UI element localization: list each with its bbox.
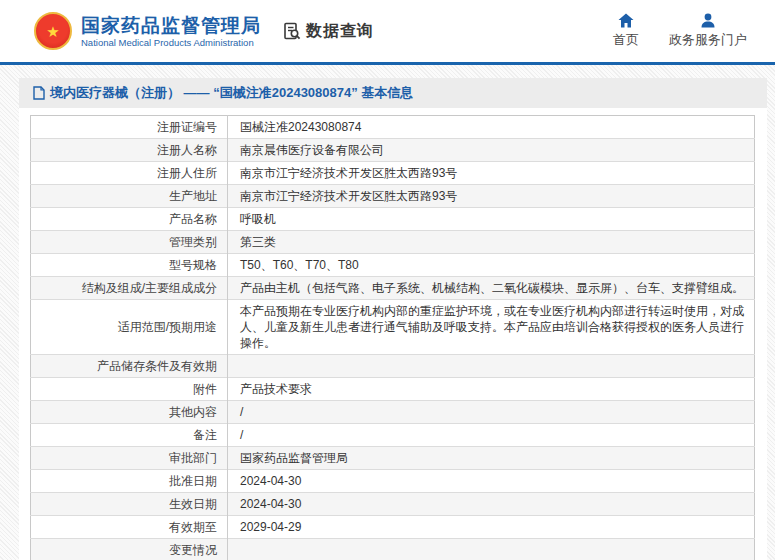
table-row: 附件产品技术要求	[31, 378, 755, 401]
row-label: 注册证编号	[31, 116, 228, 139]
table-row: 适用范围/预期用途本产品预期在专业医疗机构内部的重症监护环境，或在专业医疗机构内…	[31, 300, 755, 355]
row-value: T50、T60、T70、T80	[228, 254, 755, 277]
row-label: 注册人住所	[31, 162, 228, 185]
row-label: 附件	[31, 378, 228, 401]
row-value: 南京晨伟医疗设备有限公司	[228, 139, 755, 162]
table-row: 结构及组成/主要组成成分产品由主机（包括气路、电子系统、机械结构、二氧化碳模块、…	[31, 277, 755, 300]
row-label: 变更情况	[31, 539, 228, 560]
home-icon	[618, 13, 634, 28]
agency-name: 国家药品监督管理局	[81, 14, 261, 37]
row-value: 产品技术要求	[228, 378, 755, 401]
table-row: 型号规格T50、T60、T70、T80	[31, 254, 755, 277]
table-row: 注册证编号国械注准20243080874	[31, 116, 755, 139]
row-value: 国家药品监督管理局	[228, 447, 755, 470]
header-divider	[0, 62, 775, 65]
document-icon	[33, 86, 45, 100]
table-row: 生效日期2024-04-30	[31, 493, 755, 516]
table-row: 管理类别第三类	[31, 231, 755, 254]
table-row: 产品储存条件及有效期	[31, 355, 755, 378]
row-value: 国械注准20243080874	[228, 116, 755, 139]
row-label: 结构及组成/主要组成成分	[31, 277, 228, 300]
row-value: /	[228, 401, 755, 424]
agency-name-en: National Medical Products Administration	[81, 37, 261, 49]
document-search-icon	[283, 22, 302, 41]
row-value: 本产品预期在专业医疗机构内部的重症监护环境，或在专业医疗机构内部进行转运时使用，…	[228, 300, 755, 355]
table-row: 有效期至2029-04-29	[31, 516, 755, 539]
table-row: 其他内容/	[31, 401, 755, 424]
breadcrumb-text: 境内医疗器械（注册） —— “国械注准20243080874” 基本信息	[50, 84, 413, 102]
row-label: 产品名称	[31, 208, 228, 231]
row-value: 2029-04-29	[228, 516, 755, 539]
row-label: 适用范围/预期用途	[31, 300, 228, 355]
table-row: 审批部门国家药品监督管理局	[31, 447, 755, 470]
row-label: 备注	[31, 424, 228, 447]
row-label: 产品储存条件及有效期	[31, 355, 228, 378]
row-value: 第三类	[228, 231, 755, 254]
breadcrumb: 境内医疗器械（注册） —— “国械注准20243080874” 基本信息	[19, 78, 767, 108]
table-row: 备注/	[31, 424, 755, 447]
user-icon	[700, 13, 716, 28]
row-value	[228, 355, 755, 378]
data-query-tab[interactable]: 数据查询	[283, 21, 374, 42]
nav-item-portal[interactable]: 政务服务门户	[669, 13, 747, 49]
row-label: 批准日期	[31, 470, 228, 493]
top-nav: 首页 政务服务门户	[613, 13, 751, 49]
registration-table-body: 注册证编号国械注准20243080874注册人名称南京晨伟医疗设备有限公司注册人…	[31, 116, 755, 560]
row-value: 南京市江宁经济技术开发区胜太西路93号	[228, 185, 755, 208]
row-value: 南京市江宁经济技术开发区胜太西路93号	[228, 162, 755, 185]
table-row: 生产地址南京市江宁经济技术开发区胜太西路93号	[31, 185, 755, 208]
row-label: 生产地址	[31, 185, 228, 208]
table-row: 批准日期2024-04-30	[31, 470, 755, 493]
row-label: 注册人名称	[31, 139, 228, 162]
content-panel: 境内医疗器械（注册） —— “国械注准20243080874” 基本信息 注册证…	[19, 78, 767, 560]
row-value: /	[228, 424, 755, 447]
agency-title-block: 国家药品监督管理局 National Medical Products Admi…	[81, 14, 261, 49]
row-label: 审批部门	[31, 447, 228, 470]
row-label: 其他内容	[31, 401, 228, 424]
row-label: 管理类别	[31, 231, 228, 254]
nav-portal-label: 政务服务门户	[669, 31, 747, 49]
national-emblem-logo: ★	[34, 12, 72, 50]
data-query-label: 数据查询	[306, 21, 374, 42]
row-value: 2024-04-30	[228, 493, 755, 516]
nav-home-label: 首页	[613, 31, 639, 49]
row-value: 2024-04-30	[228, 470, 755, 493]
row-label: 有效期至	[31, 516, 228, 539]
row-value: 呼吸机	[228, 208, 755, 231]
table-row: 注册人名称南京晨伟医疗设备有限公司	[31, 139, 755, 162]
table-row: 变更情况	[31, 539, 755, 560]
star-icon: ★	[46, 24, 59, 39]
nav-item-home[interactable]: 首页	[613, 13, 639, 49]
table-row: 产品名称呼吸机	[31, 208, 755, 231]
registration-info-table: 注册证编号国械注准20243080874注册人名称南京晨伟医疗设备有限公司注册人…	[30, 115, 755, 560]
row-value: 产品由主机（包括气路、电子系统、机械结构、二氧化碳模块、显示屏）、台车、支撑臂组…	[228, 277, 755, 300]
row-label: 型号规格	[31, 254, 228, 277]
table-row: 注册人住所南京市江宁经济技术开发区胜太西路93号	[31, 162, 755, 185]
site-header: ★ 国家药品监督管理局 National Medical Products Ad…	[0, 0, 775, 62]
row-label: 生效日期	[31, 493, 228, 516]
row-value	[228, 539, 755, 560]
